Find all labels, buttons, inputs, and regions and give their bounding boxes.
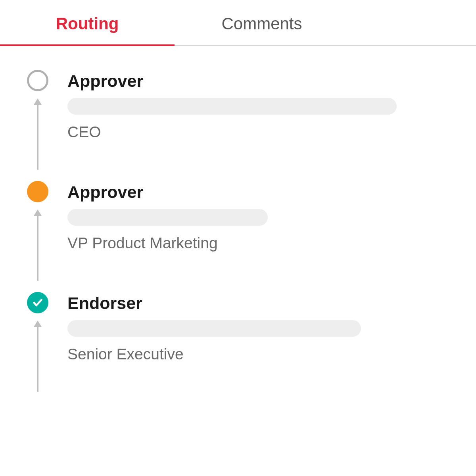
step-body: Endorser Senior Executive (52, 292, 452, 363)
step-gutter (24, 70, 52, 91)
step-title-label: Senior Executive (67, 345, 452, 363)
placeholder-bar (67, 320, 361, 337)
placeholder-bar (67, 98, 397, 115)
routing-step: Approver CEO (24, 70, 452, 181)
status-pending-icon (27, 181, 48, 202)
check-icon (32, 297, 43, 308)
step-role-label: Endorser (67, 294, 452, 313)
status-empty-icon (27, 70, 48, 91)
step-role-label: Approver (67, 71, 452, 91)
step-role-label: Approver (67, 182, 452, 202)
flow-arrow-icon (33, 321, 42, 392)
status-done-icon (27, 292, 48, 313)
step-body: Approver VP Product Marketing (52, 181, 452, 252)
flow-arrow-icon (33, 98, 42, 170)
step-gutter (24, 292, 52, 313)
step-gutter (24, 181, 52, 202)
routing-step: Approver VP Product Marketing (24, 181, 452, 292)
step-title-label: VP Product Marketing (67, 234, 452, 252)
placeholder-bar (67, 209, 268, 226)
flow-arrow-icon (33, 209, 42, 281)
step-title-label: CEO (67, 123, 452, 141)
tab-bar: Routing Comments (0, 0, 476, 46)
tab-comments[interactable]: Comments (175, 0, 349, 45)
routing-steps: Approver CEO Approver VP Product Marketi… (0, 46, 476, 403)
step-body: Approver CEO (52, 70, 452, 141)
routing-step: Endorser Senior Executive (24, 292, 452, 403)
tab-routing[interactable]: Routing (0, 0, 175, 45)
